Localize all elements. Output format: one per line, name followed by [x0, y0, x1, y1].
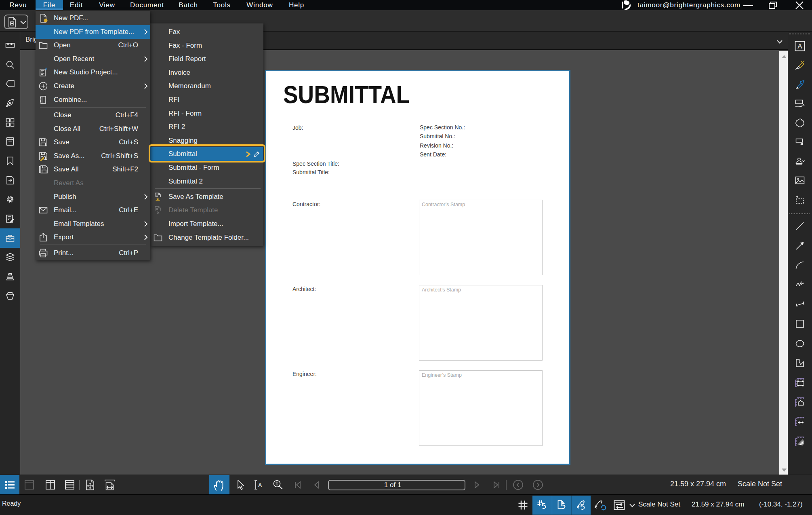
svg-text:A: A [797, 42, 802, 50]
svg-text:A: A [258, 482, 262, 488]
